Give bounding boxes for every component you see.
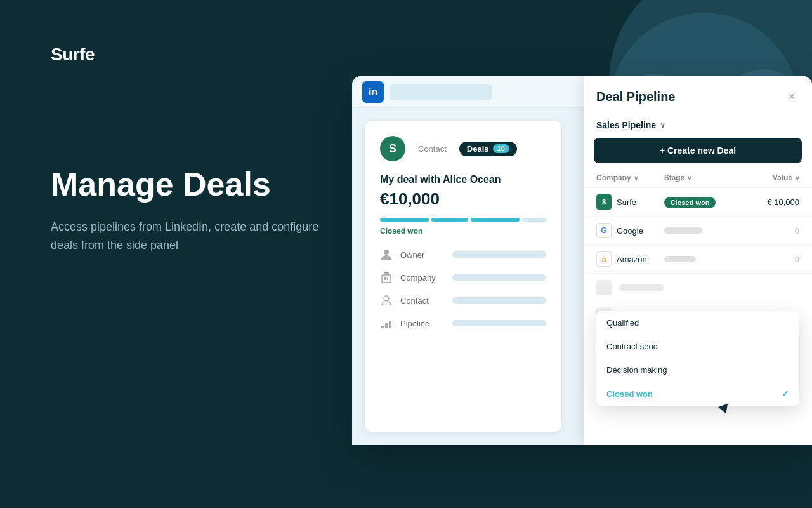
company-name-amazon: Amazon <box>617 255 647 264</box>
company-cell-google: G Google <box>596 223 664 238</box>
pipeline-icon <box>380 317 393 330</box>
dropdown-item-contract-send[interactable]: Contract send <box>596 335 799 358</box>
dropdown-item-decision-making[interactable]: Decision making <box>596 358 799 382</box>
deal-panel: Deal Pipeline × Sales Pipeline ∨ + Creat… <box>584 76 812 444</box>
company-name-surfe: Surfe <box>617 197 636 207</box>
svg-rect-6 <box>381 326 384 328</box>
owner-icon <box>380 248 393 261</box>
stage-cell-surfe: Closed won <box>664 196 743 208</box>
progress-seg-4 <box>522 218 546 222</box>
table-row[interactable]: G Google 0 <box>584 217 812 245</box>
field-contact: Contact <box>380 294 546 307</box>
deal-title: My deal with Alice Ocean <box>380 174 546 185</box>
table-row[interactable]: $ Surfe Closed won € 10,000 <box>584 188 812 217</box>
dropdown-item-qualified[interactable]: Qualified <box>596 311 799 335</box>
surfe-logo: $ <box>596 194 612 210</box>
field-company: Company <box>380 271 546 284</box>
linkedin-card: S Contact Deals 10 My deal with Alice Oc… <box>365 121 561 432</box>
deal-stage-label: Closed won <box>380 227 546 236</box>
sort-icon-value: ∨ <box>795 175 799 182</box>
pipeline-name: Sales Pipeline <box>596 120 656 130</box>
company-name-google: Google <box>617 226 643 236</box>
svg-rect-8 <box>389 321 391 328</box>
tab-deals[interactable]: Deals 10 <box>459 142 517 156</box>
close-button[interactable]: × <box>784 89 799 104</box>
stage-cell-amazon <box>664 256 743 262</box>
left-content: Surfe Manage Deals Access pipelines from… <box>51 44 330 255</box>
url-bar <box>390 84 492 100</box>
value-cell-surfe: € 10,000 <box>743 197 799 207</box>
panel-title: Deal Pipeline <box>596 90 676 104</box>
amazon-logo: a <box>596 251 612 267</box>
check-icon: ✓ <box>782 389 789 399</box>
svg-rect-1 <box>382 275 391 283</box>
stage-dropdown: Qualified Contract send Decision making … <box>596 311 799 406</box>
hero-title: Manage Deals <box>51 166 330 203</box>
value-cell-google: 0 <box>743 226 799 236</box>
stage-cell-google <box>664 227 743 234</box>
dropdown-item-closed-won[interactable]: Closed won ✓ <box>596 382 799 406</box>
create-deal-button[interactable]: + Create new Deal <box>594 138 802 163</box>
brand-logo: Surfe <box>51 44 330 65</box>
contact-icon <box>380 294 393 307</box>
company-icon <box>380 271 393 284</box>
sort-icon-company: ∨ <box>634 175 638 182</box>
chevron-down-icon: ∨ <box>660 121 665 130</box>
svg-rect-2 <box>384 277 386 280</box>
progress-bar <box>380 218 546 222</box>
progress-seg-3 <box>471 218 520 222</box>
pipeline-selector[interactable]: Sales Pipeline ∨ <box>584 112 812 138</box>
table-row[interactable]: a Amazon 0 <box>584 245 812 274</box>
column-company: Company ∨ <box>596 173 664 182</box>
field-owner: Owner <box>380 248 546 261</box>
deal-fields: Owner Company Contact Pipeline <box>380 248 546 330</box>
linkedin-icon: in <box>362 81 384 103</box>
progress-seg-1 <box>380 218 429 222</box>
svg-rect-0 <box>384 250 389 255</box>
table-header: Company ∨ Stage ∨ Value ∨ <box>584 173 812 188</box>
google-logo: G <box>596 223 612 238</box>
field-pipeline: Pipeline <box>380 317 546 330</box>
stage-badge-surfe: Closed won <box>664 197 716 208</box>
value-cell-amazon: 0 <box>743 255 799 264</box>
tab-contact[interactable]: Contact <box>412 142 453 156</box>
column-value: Value ∨ <box>743 173 799 182</box>
sort-icon-stage: ∨ <box>687 175 691 182</box>
company-cell-amazon: a Amazon <box>596 251 664 267</box>
hero-description: Access pipelines from LinkedIn, create a… <box>51 218 330 255</box>
column-stage: Stage ∨ <box>664 173 743 182</box>
deals-badge: 10 <box>493 144 509 153</box>
placeholder-row-1 <box>584 274 812 302</box>
company-cell-surfe: $ Surfe <box>596 194 664 210</box>
card-tabs: S Contact Deals 10 <box>380 136 546 161</box>
panel-header: Deal Pipeline × <box>584 76 812 112</box>
svg-rect-7 <box>385 323 388 328</box>
svg-rect-3 <box>387 277 388 280</box>
card-avatar: S <box>380 136 405 161</box>
progress-seg-2 <box>431 218 468 222</box>
deal-amount: €10,000 <box>380 189 546 209</box>
browser-mockup: in S Contact Deals 10 My deal with Alice… <box>352 76 812 444</box>
svg-point-5 <box>384 296 389 301</box>
svg-rect-4 <box>384 272 389 275</box>
